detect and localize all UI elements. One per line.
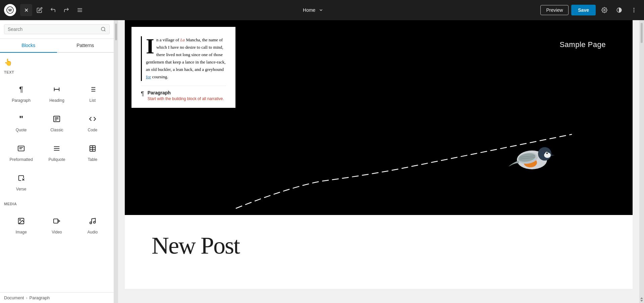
block-item-audio[interactable]: Audio bbox=[75, 210, 110, 238]
table-label: Table bbox=[88, 157, 97, 162]
quote-label: Quote bbox=[16, 128, 27, 132]
card-body-text: In a village of La Mancha, the name of w… bbox=[146, 37, 226, 79]
svg-point-5 bbox=[604, 9, 605, 11]
svg-rect-36 bbox=[54, 219, 58, 223]
edit-button[interactable] bbox=[34, 4, 46, 16]
svg-marker-37 bbox=[58, 220, 60, 222]
tooltip-desc: Start with the building block of all nar… bbox=[148, 96, 224, 101]
tab-blocks[interactable]: Blocks bbox=[0, 39, 57, 53]
left-scrollbar bbox=[114, 20, 118, 303]
wordpress-logo[interactable]: W bbox=[4, 4, 16, 16]
block-item-heading[interactable]: Heading bbox=[40, 78, 74, 106]
heading-label: Heading bbox=[49, 98, 64, 103]
undo-button[interactable] bbox=[47, 4, 59, 16]
block-item-list[interactable]: List bbox=[75, 78, 110, 106]
bird-illustration bbox=[505, 136, 559, 178]
video-icon bbox=[51, 215, 63, 227]
svg-line-11 bbox=[104, 30, 105, 31]
sidebar-content: 👆 TEXT ¶ Paragraph Heading bbox=[0, 53, 114, 292]
svg-point-7 bbox=[634, 8, 634, 9]
content-card: In a village of La Mancha, the name of w… bbox=[131, 27, 235, 108]
right-scrollbar bbox=[639, 20, 644, 303]
breadcrumb-document[interactable]: Document bbox=[4, 295, 24, 300]
sample-page-label: Sample Page bbox=[559, 40, 606, 49]
topbar-left: W ✕ bbox=[4, 4, 86, 16]
block-item-quote[interactable]: " Quote bbox=[4, 108, 38, 136]
search-box bbox=[4, 24, 110, 34]
hero-section: Sample Page In a village of La Mancha, t… bbox=[125, 20, 633, 215]
new-post-title[interactable]: New Post bbox=[152, 232, 606, 260]
breadcrumb-paragraph[interactable]: Paragraph bbox=[30, 295, 50, 300]
block-item-table[interactable]: Table bbox=[75, 137, 110, 166]
list-label: List bbox=[89, 98, 96, 103]
verse-icon bbox=[15, 172, 27, 184]
svg-point-50 bbox=[547, 153, 548, 153]
scroll-up-arrow[interactable] bbox=[640, 297, 643, 299]
block-item-video[interactable]: Video bbox=[40, 210, 74, 238]
block-item-preformatted[interactable]: Preformatted bbox=[4, 137, 38, 166]
more-options-button[interactable] bbox=[628, 4, 640, 16]
block-item-paragraph[interactable]: ¶ Paragraph bbox=[4, 78, 38, 106]
video-label: Video bbox=[52, 230, 62, 234]
search-input[interactable] bbox=[8, 27, 101, 32]
breadcrumb-separator: › bbox=[26, 295, 27, 300]
close-button[interactable]: ✕ bbox=[20, 4, 32, 16]
block-item-image[interactable]: Image bbox=[4, 210, 38, 238]
svg-point-49 bbox=[546, 153, 548, 154]
scroll-down-arrow[interactable] bbox=[640, 300, 643, 302]
block-item-pullquote[interactable]: Pullquote bbox=[40, 137, 74, 166]
right-scroll-thumb[interactable] bbox=[641, 23, 643, 43]
image-icon bbox=[15, 215, 27, 227]
image-label: Image bbox=[15, 230, 26, 234]
white-content-section: New Post bbox=[125, 215, 633, 289]
contrast-button[interactable] bbox=[613, 4, 625, 16]
sidebar-tabs: Blocks Patterns bbox=[0, 39, 114, 53]
svg-text:W: W bbox=[8, 8, 12, 12]
tooltip-title: Paragraph bbox=[148, 90, 224, 95]
canvas-scroll-area[interactable]: Sample Page In a village of La Mancha, t… bbox=[118, 20, 639, 303]
topbar-center: Home bbox=[299, 5, 327, 15]
svg-point-39 bbox=[94, 221, 96, 223]
sidebar-search-area bbox=[0, 20, 114, 39]
cursor-hint-icon: 👆 bbox=[4, 58, 12, 66]
verse-label: Verse bbox=[16, 187, 26, 191]
sidebar: Blocks Patterns 👆 TEXT ¶ Paragraph bbox=[0, 20, 114, 303]
paragraph-tooltip: ¶ Paragraph Start with the building bloc… bbox=[141, 86, 226, 101]
search-icon bbox=[101, 27, 106, 32]
topbar: W ✕ bbox=[0, 0, 644, 20]
quote-icon: " bbox=[15, 113, 27, 125]
preformatted-icon bbox=[15, 142, 27, 155]
save-button[interactable]: Save bbox=[571, 5, 596, 15]
svg-point-8 bbox=[634, 10, 634, 10]
pullquote-label: Pullquote bbox=[48, 157, 65, 162]
audio-icon bbox=[87, 215, 99, 227]
heading-icon bbox=[51, 83, 63, 95]
tooltip-paragraph-icon: ¶ bbox=[141, 90, 144, 97]
list-view-button[interactable] bbox=[74, 4, 86, 16]
code-icon bbox=[87, 113, 99, 125]
home-label: Home bbox=[303, 7, 315, 13]
main-layout: Blocks Patterns 👆 TEXT ¶ Paragraph bbox=[0, 20, 644, 303]
table-icon bbox=[87, 142, 99, 155]
settings-button[interactable] bbox=[598, 4, 610, 16]
preview-button[interactable]: Preview bbox=[540, 5, 569, 15]
home-nav[interactable]: Home bbox=[299, 5, 327, 15]
block-item-verse[interactable]: Verse bbox=[4, 167, 38, 195]
paragraph-label: Paragraph bbox=[12, 98, 31, 103]
preformatted-label: Preformatted bbox=[9, 157, 33, 162]
block-item-code[interactable]: Code bbox=[75, 108, 110, 136]
topbar-right: Preview Save bbox=[540, 4, 640, 16]
svg-point-38 bbox=[90, 222, 92, 224]
svg-point-35 bbox=[20, 219, 21, 220]
breadcrumb: Document › Paragraph bbox=[0, 292, 114, 303]
blocks-grid-text: ¶ Paragraph Heading bbox=[4, 78, 110, 195]
left-scroll-thumb[interactable] bbox=[115, 24, 117, 40]
svg-point-10 bbox=[101, 27, 105, 31]
paragraph-icon: ¶ bbox=[15, 83, 27, 95]
section-media-label: MEDIA bbox=[4, 202, 110, 206]
list-icon bbox=[87, 83, 99, 95]
redo-button[interactable] bbox=[60, 4, 72, 16]
tab-patterns[interactable]: Patterns bbox=[57, 39, 114, 53]
section-text-label: TEXT bbox=[4, 70, 110, 74]
block-item-classic[interactable]: Classic bbox=[40, 108, 74, 136]
